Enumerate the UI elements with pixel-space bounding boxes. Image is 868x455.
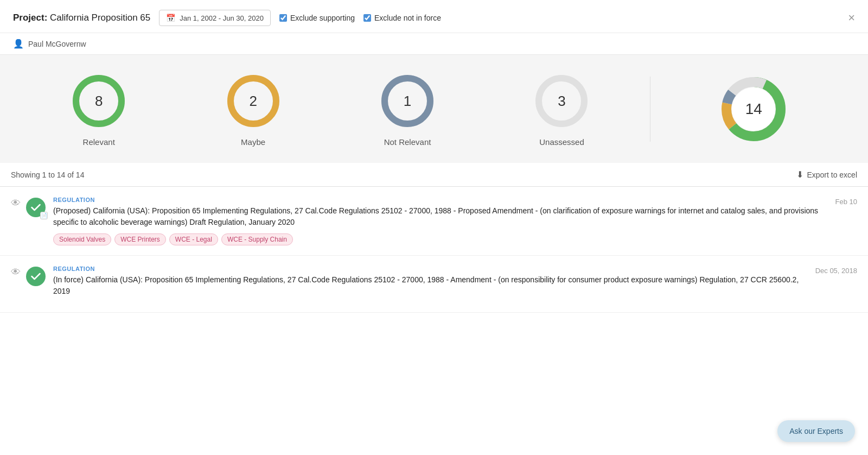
showing-text: Showing 1 to 14 of 14: [11, 170, 84, 179]
item-type: REGULATION: [53, 266, 805, 272]
relevant-donut: 8: [69, 71, 129, 131]
stats-divider: [650, 77, 650, 142]
tag-wce-supply-chain[interactable]: WCE - Supply Chain: [221, 233, 293, 245]
user-icon: 👤: [13, 39, 24, 49]
item-content: REGULATION (Proposed) California (USA): …: [53, 197, 825, 245]
tag-wce-printers[interactable]: WCE Printers: [114, 233, 166, 245]
item-type: REGULATION: [53, 197, 825, 203]
maybe-donut: 2: [224, 71, 283, 131]
export-button[interactable]: ⬇ Export to excel: [796, 169, 857, 180]
item-title[interactable]: (Proposed) California (USA): Proposition…: [53, 205, 825, 228]
calendar-icon: 📅: [166, 14, 175, 22]
relevant-label: Relevant: [83, 137, 115, 147]
project-title: Project: California Proposition 65: [13, 12, 150, 23]
exclude-supporting-checkbox[interactable]: [279, 14, 287, 22]
total-value: 14: [745, 100, 762, 118]
exclude-not-in-force-checkbox[interactable]: [363, 14, 371, 22]
not-relevant-value: 1: [404, 93, 411, 110]
item-status: [26, 267, 46, 286]
visibility-icon[interactable]: 👁: [11, 267, 21, 278]
unassessed-value: 3: [558, 93, 565, 110]
stat-maybe: 2 Maybe: [176, 71, 330, 147]
download-icon: ⬇: [796, 169, 803, 180]
unassessed-label: Unassessed: [539, 137, 584, 147]
exclude-supporting-filter[interactable]: Exclude supporting: [279, 14, 355, 22]
not-relevant-donut: 1: [378, 71, 437, 131]
tag-solenoid[interactable]: Solenoid Valves: [53, 233, 111, 245]
page-header: Project: California Proposition 65 📅 Jan…: [0, 0, 868, 33]
list-item: 👁 📄 REGULATION (Proposed) California (US…: [0, 187, 868, 256]
item-date: Feb 10: [835, 198, 857, 206]
item-tags: Solenoid Valves WCE Printers WCE - Legal…: [53, 233, 825, 245]
doc-badge-icon: 📄: [40, 212, 48, 219]
total-donut-wrap: 14: [661, 74, 846, 144]
maybe-value: 2: [249, 93, 257, 110]
item-status: 📄: [26, 198, 46, 217]
stat-not-relevant: 1 Not Relevant: [330, 71, 484, 147]
stats-section: 8 Relevant 2 Maybe 1 Not Relevant: [0, 55, 868, 163]
visibility-icon[interactable]: 👁: [11, 198, 21, 209]
item-date: Dec 05, 2018: [815, 267, 857, 275]
list-item: 👁 REGULATION (In force) California (USA)…: [0, 256, 868, 313]
user-name: Paul McGovernw: [28, 40, 86, 48]
checkmark-icon: [31, 204, 41, 211]
stat-relevant: 8 Relevant: [22, 71, 176, 147]
checkmark-icon: [31, 273, 41, 280]
user-row: 👤 Paul McGovernw: [0, 33, 868, 55]
total-donut: 14: [718, 74, 789, 144]
exclude-not-in-force-filter[interactable]: Exclude not in force: [363, 14, 441, 22]
unassessed-donut: 3: [532, 71, 591, 131]
stat-unassessed: 3 Unassessed: [484, 71, 639, 147]
relevant-value: 8: [95, 93, 103, 110]
regulation-list: 👁 📄 REGULATION (Proposed) California (US…: [0, 187, 868, 313]
status-relevant-circle: [26, 267, 46, 286]
results-bar: Showing 1 to 14 of 14 ⬇ Export to excel: [0, 163, 868, 187]
not-relevant-label: Not Relevant: [384, 137, 431, 147]
status-relevant-circle: 📄: [26, 198, 46, 217]
item-content: REGULATION (In force) California (USA): …: [53, 266, 805, 302]
close-button[interactable]: ×: [848, 12, 855, 24]
tag-wce-legal[interactable]: WCE - Legal: [169, 233, 218, 245]
date-range-button[interactable]: 📅 Jan 1, 2002 - Jun 30, 2020: [159, 10, 271, 26]
item-title[interactable]: (In force) California (USA): Proposition…: [53, 274, 805, 297]
maybe-label: Maybe: [241, 137, 265, 147]
